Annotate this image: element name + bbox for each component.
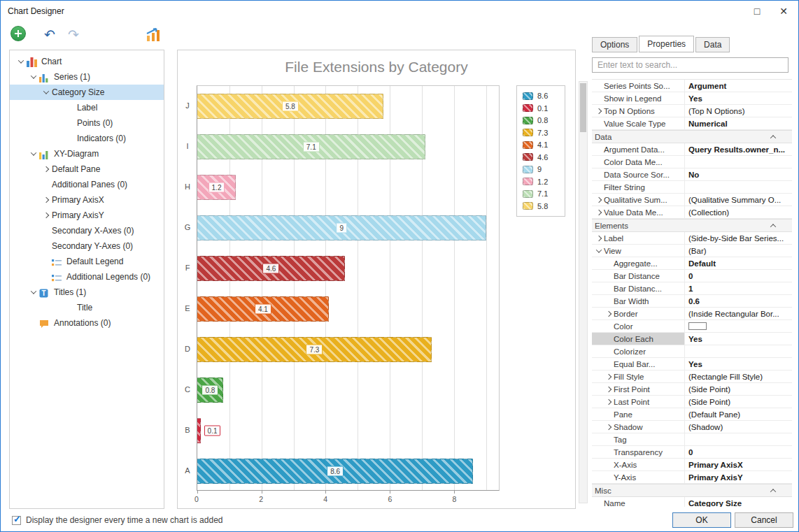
property-value-cell[interactable]: (Default Pane) bbox=[685, 408, 792, 420]
property-row-series-points-so[interactable]: Series Points So...Argument bbox=[592, 80, 792, 92]
property-group-misc[interactable]: Misc bbox=[592, 484, 792, 497]
property-row-bar-distanc[interactable]: Bar Distanc...1 bbox=[592, 282, 792, 295]
tree-item-xy-diagram[interactable]: XY-Diagram bbox=[10, 146, 164, 161]
property-row-transparency[interactable]: Transparency0 bbox=[592, 446, 792, 459]
change-chart-type-button[interactable] bbox=[145, 27, 162, 43]
property-row-x-axis[interactable]: X-AxisPrimary AxisX bbox=[592, 459, 792, 471]
property-value-cell[interactable]: Yes bbox=[685, 358, 792, 370]
legend-item[interactable]: 4.6 bbox=[523, 152, 559, 162]
legend-item[interactable]: 8.6 bbox=[523, 91, 559, 101]
property-group-elements[interactable]: Elements bbox=[592, 219, 792, 232]
property-row-bar-width[interactable]: Bar Width0.6 bbox=[592, 295, 792, 308]
property-value-cell[interactable]: (Collection) bbox=[685, 206, 792, 218]
property-expander[interactable] bbox=[603, 375, 614, 379]
property-row-value-scale-type[interactable]: Value Scale TypeNumerical bbox=[592, 117, 792, 130]
collapse-group-icon[interactable] bbox=[770, 135, 776, 141]
property-row-aggregate[interactable]: Aggregate...Default bbox=[592, 257, 792, 270]
property-group-data[interactable]: Data bbox=[592, 130, 792, 143]
collapse-group-icon[interactable] bbox=[770, 224, 776, 229]
close-button[interactable]: ✕ bbox=[770, 1, 797, 22]
property-value-cell[interactable]: 0 bbox=[685, 446, 792, 458]
property-value-cell[interactable]: (Side-by-Side Bar Series... bbox=[685, 232, 792, 244]
property-value-cell[interactable]: Yes bbox=[685, 92, 792, 104]
property-row-shadow[interactable]: Shadow(Shadow) bbox=[592, 421, 792, 433]
tree-item-default-legend[interactable]: Default Legend bbox=[10, 254, 164, 269]
property-value-cell[interactable]: (Inside Rectangular Bor... bbox=[685, 308, 792, 319]
property-value-cell[interactable]: (Bar) bbox=[685, 245, 792, 257]
tab-properties[interactable]: Properties bbox=[639, 36, 694, 52]
legend-item[interactable]: 9 bbox=[523, 164, 559, 174]
tree-expander-icon[interactable] bbox=[28, 290, 39, 294]
property-value-cell[interactable] bbox=[685, 345, 792, 357]
property-row-view[interactable]: View(Bar) bbox=[592, 245, 792, 257]
property-value-cell[interactable] bbox=[685, 156, 792, 168]
property-value-cell[interactable] bbox=[685, 181, 792, 193]
property-expander[interactable] bbox=[593, 236, 604, 240]
tree-item-primary-axisy[interactable]: Primary AxisY bbox=[10, 208, 164, 223]
property-row-color-each[interactable]: Color EachYes bbox=[592, 333, 792, 345]
property-row-label[interactable]: Label(Side-by-Side Bar Series... bbox=[592, 232, 792, 245]
legend-item[interactable]: 4.1 bbox=[523, 140, 559, 150]
property-row-last-point[interactable]: Last Point(Side Point) bbox=[592, 396, 792, 408]
tree-item-annotations-0[interactable]: Annotations (0) bbox=[10, 315, 164, 331]
property-value-cell[interactable]: Category Size bbox=[685, 497, 792, 507]
tree-item-title[interactable]: Title bbox=[10, 300, 164, 315]
tree-item-chart[interactable]: Chart bbox=[10, 54, 164, 69]
collapse-group-icon[interactable] bbox=[770, 489, 776, 494]
property-row-pane[interactable]: Pane(Default Pane) bbox=[592, 408, 792, 421]
tab-data[interactable]: Data bbox=[695, 37, 730, 52]
tree-expander-icon[interactable] bbox=[28, 75, 39, 79]
ok-button[interactable]: OK bbox=[672, 512, 731, 528]
property-value-cell[interactable]: No bbox=[685, 168, 792, 180]
legend-item[interactable]: 7.1 bbox=[523, 189, 559, 199]
property-row-fill-style[interactable]: Fill Style(Rectangle Fill Style) bbox=[592, 371, 792, 383]
tree-item-secondary-x-axes-0[interactable]: Secondary X-Axes (0) bbox=[10, 223, 164, 238]
property-row-color-data-me[interactable]: Color Data Me... bbox=[592, 156, 792, 168]
tree-expander-icon[interactable] bbox=[41, 167, 52, 171]
tree-expander-icon[interactable] bbox=[41, 213, 52, 217]
tree-expander-icon[interactable] bbox=[41, 198, 52, 202]
property-row-border[interactable]: Border(Inside Rectangular Bor... bbox=[592, 308, 792, 320]
property-row-bar-distance[interactable]: Bar Distance0 bbox=[592, 270, 792, 282]
scrollbar-thumb[interactable] bbox=[580, 83, 586, 132]
property-value-cell[interactable]: (Qualitative Summary O... bbox=[685, 194, 792, 206]
tree-item-primary-axisx[interactable]: Primary AxisX bbox=[10, 192, 164, 208]
property-value-cell[interactable]: Primary AxisX bbox=[685, 459, 792, 470]
property-row-y-axis[interactable]: Y-AxisPrimary AxisY bbox=[592, 471, 792, 484]
legend-item[interactable]: 7.3 bbox=[523, 128, 559, 138]
legend-item[interactable]: 0.8 bbox=[523, 115, 559, 125]
redo-button[interactable]: ↷ bbox=[65, 26, 82, 43]
property-row-argument-data[interactable]: Argument Data...Query Results.owner_n... bbox=[592, 143, 792, 156]
tree-item-titles-1[interactable]: TTitles (1) bbox=[10, 285, 164, 300]
property-row-equal-bar[interactable]: Equal Bar...Yes bbox=[592, 358, 792, 371]
tree-expander-icon[interactable] bbox=[15, 59, 27, 64]
undo-button[interactable]: ↶ bbox=[41, 26, 58, 43]
tree-item-additional-legends-0[interactable]: Additional Legends (0) bbox=[10, 269, 164, 285]
property-value-cell[interactable]: 0.6 bbox=[685, 295, 792, 307]
property-value-cell[interactable]: (Side Point) bbox=[685, 396, 792, 408]
property-value-cell[interactable]: Argument bbox=[685, 80, 792, 92]
property-expander[interactable] bbox=[603, 387, 614, 391]
property-expander[interactable] bbox=[603, 400, 614, 404]
tree-expander-icon[interactable] bbox=[41, 90, 52, 94]
property-expander[interactable] bbox=[593, 249, 604, 253]
tree-item-series-1[interactable]: Series (1) bbox=[10, 69, 164, 85]
tree-item-category-size[interactable]: Category Size bbox=[10, 85, 164, 100]
property-row-filter-string[interactable]: Filter String bbox=[592, 181, 792, 194]
property-expander[interactable] bbox=[593, 210, 604, 215]
property-value-cell[interactable] bbox=[685, 433, 792, 445]
tree-item-label[interactable]: Label bbox=[10, 100, 164, 115]
property-row-show-in-legend[interactable]: Show in LegendYes bbox=[592, 92, 792, 105]
property-value-cell[interactable]: 0 bbox=[685, 270, 792, 282]
property-value-cell[interactable]: (Top N Options) bbox=[685, 105, 792, 117]
property-row-value-data-me[interactable]: Value Data Me...(Collection) bbox=[592, 206, 792, 219]
color-swatch[interactable] bbox=[688, 322, 707, 330]
property-value-cell[interactable]: (Rectangle Fill Style) bbox=[685, 371, 792, 382]
property-value-cell[interactable]: (Shadow) bbox=[685, 421, 792, 433]
property-expander[interactable] bbox=[593, 198, 604, 202]
property-row-name[interactable]: NameCategory Size bbox=[592, 497, 792, 507]
checkbox[interactable]: ✓ bbox=[12, 516, 21, 525]
property-value-cell[interactable]: Primary AxisY bbox=[685, 471, 792, 483]
property-value-cell[interactable]: Yes bbox=[685, 333, 792, 345]
search-input[interactable] bbox=[592, 57, 789, 73]
